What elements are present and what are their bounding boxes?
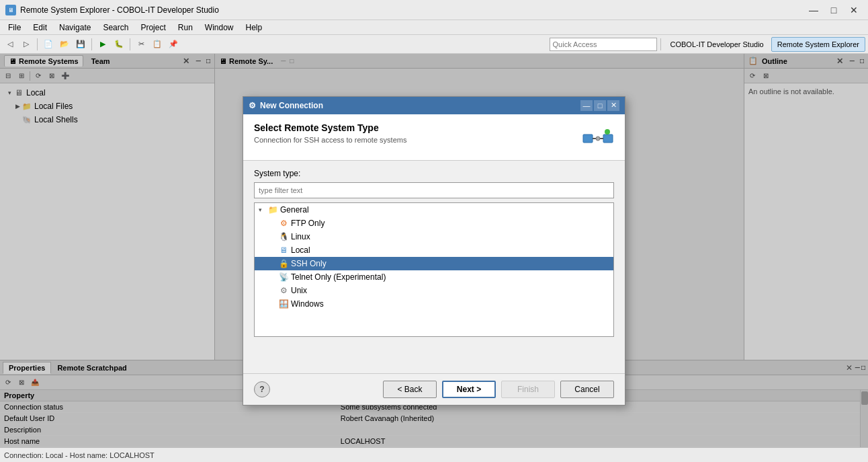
title-bar: 🖥 Remote System Explorer - COBOL-IT Deve…: [0, 0, 868, 20]
svg-rect-1: [603, 134, 613, 143]
menu-run[interactable]: Run: [173, 22, 198, 34]
system-type-label: System type:: [254, 169, 614, 178]
ssh-icon: 🔒: [277, 259, 290, 268]
modal-close-btn[interactable]: ✕: [607, 100, 619, 111]
linux-icon: 🐧: [277, 232, 290, 241]
back-button[interactable]: < Back: [383, 381, 437, 398]
toolbar-run-btn[interactable]: ▶: [95, 37, 110, 52]
modal-tree-linux[interactable]: 🐧 Linux: [255, 230, 613, 243]
ftp-label: FTP Only: [291, 219, 324, 228]
modal-tree-local[interactable]: 🖥 Local: [255, 243, 613, 257]
minimize-button[interactable]: —: [805, 3, 822, 17]
title-bar-left: 🖥 Remote System Explorer - COBOL-IT Deve…: [5, 5, 219, 15]
unix-icon: ⚙: [277, 286, 290, 295]
menu-search[interactable]: Search: [97, 22, 134, 34]
local-label: Local: [291, 245, 310, 255]
modal-minimize-btn[interactable]: —: [580, 100, 593, 111]
perspective-cobol-it[interactable]: COBOL-IT Developer Studio: [664, 37, 770, 52]
status-text: Connection: Local - Host name: LOCALHOST: [4, 451, 155, 459]
connection-icon-svg: [582, 122, 614, 155]
modal-title-bar: ⚙ New Connection — □ ✕: [243, 97, 625, 114]
toolbar-save-btn[interactable]: 💾: [73, 37, 88, 52]
maximize-button[interactable]: □: [825, 3, 842, 17]
modal-title-text: New Connection: [260, 101, 323, 110]
toolbar-copy-btn[interactable]: 📋: [150, 37, 165, 52]
toolbar-sep-2: [91, 38, 92, 50]
toolbar-sep-3: [130, 38, 130, 50]
toolbar-debug-btn[interactable]: 🐛: [112, 37, 126, 52]
perspective-remote-system-explorer[interactable]: Remote System Explorer: [771, 37, 865, 52]
menu-file[interactable]: File: [3, 22, 26, 34]
modal-title-icon: ⚙: [249, 101, 256, 110]
toolbar-new-btn[interactable]: 📄: [41, 37, 56, 52]
app-title: Remote System Explorer - COBOL-IT Develo…: [20, 5, 219, 15]
main-toolbar: ◁ ▷ 📄 📂 💾 ▶ 🐛 ✂ 📋 📌 COBOL-IT Developer S…: [0, 35, 868, 54]
general-arrow: ▾: [259, 206, 267, 213]
modal-overlay: ⚙ New Connection — □ ✕ Select Remote Sys…: [0, 54, 868, 447]
linux-label: Linux: [291, 232, 310, 241]
system-type-filter[interactable]: [254, 182, 614, 198]
ssh-label: SSH Only: [291, 259, 327, 268]
svg-rect-0: [583, 134, 593, 143]
next-button[interactable]: Next >: [442, 381, 496, 398]
perspective-buttons: COBOL-IT Developer Studio Remote System …: [664, 37, 865, 52]
main-layout: 🖥 Remote Systems Team ✕ ─ □ ⊟ ⊞ ⟳ ⊠ ➕ ▾ …: [0, 54, 868, 447]
toolbar-paste-btn[interactable]: 📌: [166, 37, 181, 52]
general-label: General: [280, 205, 309, 215]
toolbar-open-btn[interactable]: 📂: [57, 37, 72, 52]
menu-project[interactable]: Project: [135, 22, 171, 34]
menu-window[interactable]: Window: [200, 22, 239, 34]
app-icon: 🖥: [5, 5, 16, 15]
modal-body: System type: ▾ 📁 General ⚙ FTP Only: [243, 161, 625, 373]
telnet-label: Telnet Only (Experimental): [291, 272, 386, 282]
windows-label: Windows: [291, 299, 324, 309]
modal-maximize-btn[interactable]: □: [594, 100, 606, 111]
finish-button[interactable]: Finish: [501, 381, 555, 398]
modal-header-icon: [582, 122, 614, 155]
toolbar-back-btn[interactable]: ◁: [3, 37, 17, 52]
toolbar-cut-btn[interactable]: ✂: [134, 37, 148, 52]
menu-navigate[interactable]: Navigate: [54, 22, 96, 34]
modal-header-subtitle: Connection for SSH access to remote syst…: [254, 136, 406, 144]
toolbar-forward-btn[interactable]: ▷: [19, 37, 34, 52]
modal-tree-windows[interactable]: 🪟 Windows: [255, 297, 613, 311]
title-bar-controls: — □ ✕: [805, 3, 863, 17]
new-connection-dialog: ⚙ New Connection — □ ✕ Select Remote Sys…: [243, 96, 625, 406]
cancel-button[interactable]: Cancel: [560, 381, 614, 398]
modal-header-text: Select Remote System Type Connection for…: [254, 122, 406, 144]
modal-footer: ? < Back Next > Finish Cancel: [243, 373, 625, 405]
close-button[interactable]: ✕: [845, 3, 863, 17]
modal-tree-ftp[interactable]: ⚙ FTP Only: [255, 217, 613, 230]
toolbar-sep-1: [37, 38, 38, 50]
modal-tree-telnet[interactable]: 📡 Telnet Only (Experimental): [255, 270, 613, 284]
modal-tree-unix[interactable]: ⚙ Unix: [255, 284, 613, 297]
help-button[interactable]: ?: [254, 381, 270, 397]
modal-tree-ssh[interactable]: 🔒 SSH Only: [255, 257, 613, 270]
system-type-tree[interactable]: ▾ 📁 General ⚙ FTP Only: [254, 202, 614, 337]
toolbar-sep-4: [660, 38, 661, 50]
menu-bar: File Edit Navigate Search Project Run Wi…: [0, 20, 868, 35]
modal-header: Select Remote System Type Connection for…: [243, 114, 625, 161]
svg-point-4: [605, 129, 610, 134]
ftp-icon: ⚙: [277, 219, 290, 228]
quick-access-box: [550, 38, 657, 51]
unix-label: Unix: [291, 286, 307, 295]
modal-tree-general[interactable]: ▾ 📁 General: [255, 203, 613, 217]
menu-edit[interactable]: Edit: [28, 22, 52, 34]
general-folder-icon: 📁: [267, 205, 279, 215]
quick-access-input[interactable]: [550, 38, 657, 51]
modal-header-title: Select Remote System Type: [254, 122, 406, 133]
menu-help[interactable]: Help: [241, 22, 268, 34]
modal-title-controls: — □ ✕: [580, 100, 619, 111]
telnet-icon: 📡: [277, 272, 290, 282]
modal-footer-left: ?: [254, 381, 270, 397]
windows-icon: 🪟: [277, 299, 290, 309]
local-icon: 🖥: [277, 245, 290, 255]
status-bar: Connection: Local - Host name: LOCALHOST: [0, 447, 868, 462]
svg-point-3: [596, 137, 600, 141]
